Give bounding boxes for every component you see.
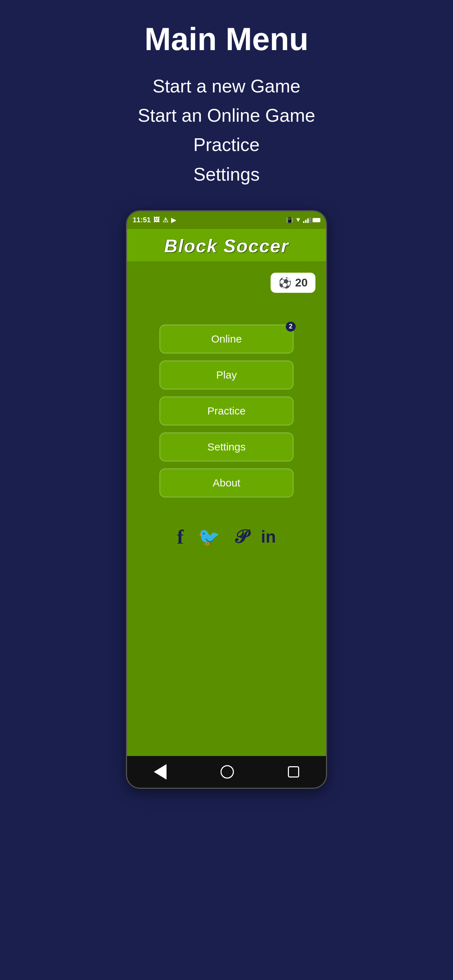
home-button[interactable] (221, 765, 234, 779)
menu-item-settings: Settings (14, 160, 439, 189)
menu-item-online-game: Start an Online Game (14, 101, 439, 130)
status-time: 11:51 (133, 216, 151, 224)
play-button-label: Play (216, 369, 237, 381)
home-circle-icon (221, 765, 234, 779)
image-icon: 🖼 (153, 216, 160, 224)
back-button[interactable] (154, 764, 167, 780)
online-button[interactable]: Online 2 (159, 325, 294, 353)
vibrate-icon: 📳 (286, 216, 293, 223)
top-section: Main Menu Start a new Game Start an Onli… (0, 0, 453, 203)
play-button[interactable]: Play (159, 361, 294, 390)
about-button-label: About (213, 477, 240, 488)
score-row: ⚽ 20 (138, 273, 315, 293)
recents-button[interactable] (288, 766, 299, 778)
warning-icon: ⚠ (163, 216, 168, 224)
phone-frame: 11:51 🖼 ⚠ ▶ 📳 ▼ Block Soccer ⚽ 20 (126, 210, 327, 789)
app-content: ⚽ 20 Online 2 Play Practice Settings Abo… (127, 262, 326, 756)
pinterest-icon[interactable]: 𝒫 (234, 527, 247, 547)
social-row: f 🐦 𝒫 in (177, 526, 276, 548)
settings-button[interactable]: Settings (159, 433, 294, 461)
soccer-ball-icon: ⚽ (278, 277, 291, 289)
menu-item-practice: Practice (14, 130, 439, 159)
online-button-label: Online (211, 333, 242, 345)
score-value: 20 (295, 276, 308, 289)
menu-item-new-game: Start a new Game (14, 72, 439, 101)
practice-button-label: Practice (207, 405, 246, 417)
about-button[interactable]: About (159, 468, 294, 497)
status-right-icons: 📳 ▼ (286, 216, 320, 224)
back-arrow-icon (154, 764, 167, 780)
status-left: 11:51 🖼 ⚠ ▶ (133, 216, 176, 224)
nav-bar (127, 756, 326, 788)
score-badge: ⚽ 20 (270, 273, 315, 293)
status-bar: 11:51 🖼 ⚠ ▶ 📳 ▼ (127, 211, 326, 229)
battery-icon (313, 218, 320, 222)
facebook-icon[interactable]: f (177, 526, 184, 548)
top-menu-list: Start a new Game Start an Online Game Pr… (14, 72, 439, 189)
page-title: Main Menu (14, 21, 439, 57)
settings-button-label: Settings (207, 441, 246, 453)
app-title: Block Soccer (127, 235, 326, 256)
twitter-icon[interactable]: 🐦 (198, 527, 220, 547)
practice-button[interactable]: Practice (159, 396, 294, 425)
app-header: Block Soccer (127, 229, 326, 262)
menu-buttons: Online 2 Play Practice Settings About (138, 325, 315, 497)
signal-icon (303, 217, 311, 223)
play-icon: ▶ (171, 216, 176, 224)
online-badge: 2 (286, 322, 296, 332)
recents-square-icon (288, 766, 299, 778)
linkedin-icon[interactable]: in (261, 527, 276, 546)
wifi-icon: ▼ (295, 216, 301, 224)
